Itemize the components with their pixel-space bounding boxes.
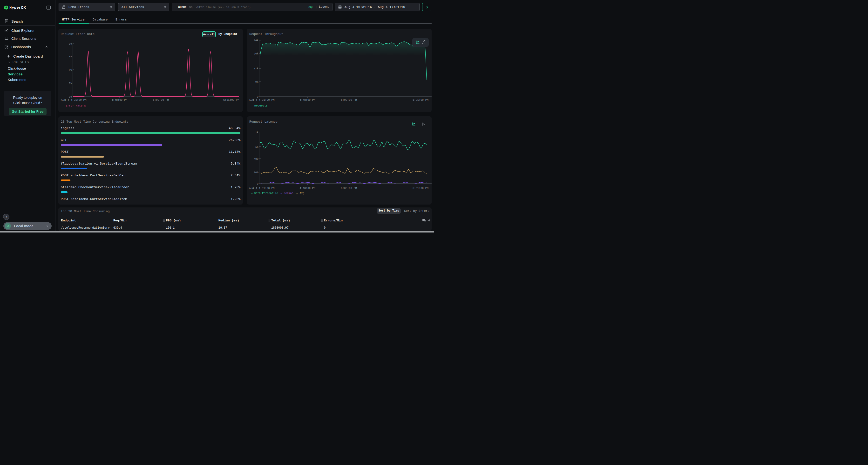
svg-text:5:03:00 PM: 5:03:00 PM — [341, 99, 357, 101]
svg-text:0%: 0% — [69, 42, 72, 45]
svg-text:400: 400 — [254, 158, 258, 161]
svg-text:0%: 0% — [69, 82, 72, 85]
svg-text:1k: 1k — [255, 145, 259, 148]
svg-text:Aug 4 4:31:00 PM: Aug 4 4:31:00 PM — [249, 99, 275, 101]
svg-text:34k: 34k — [254, 39, 258, 42]
svg-text:1k: 1k — [255, 131, 259, 134]
svg-text:4:48:00 PM: 4:48:00 PM — [112, 99, 127, 101]
svg-text:0%: 0% — [69, 55, 72, 58]
svg-text:9k: 9k — [255, 80, 259, 84]
svg-text:5:31:00 PM: 5:31:00 PM — [223, 99, 239, 101]
svg-text:Aug 4 4:31:00 PM: Aug 4 4:31:00 PM — [249, 187, 275, 190]
svg-text:4:48:00 PM: 4:48:00 PM — [300, 99, 315, 101]
svg-text:0%: 0% — [69, 95, 72, 98]
svg-text:200: 200 — [254, 171, 258, 174]
svg-text:0: 0 — [257, 182, 258, 185]
svg-text:5:31:00 PM: 5:31:00 PM — [412, 99, 429, 101]
svg-text:17k: 17k — [254, 67, 258, 70]
svg-text:5:03:00 PM: 5:03:00 PM — [341, 187, 357, 190]
svg-text:26k: 26k — [254, 52, 258, 55]
svg-text:4:48:00 PM: 4:48:00 PM — [300, 187, 315, 190]
svg-text:5:31:00 PM: 5:31:00 PM — [412, 187, 429, 190]
svg-text:Aug 4 4:31:00 PM: Aug 4 4:31:00 PM — [61, 99, 87, 101]
svg-text:0: 0 — [257, 95, 258, 98]
svg-text:5:03:00 PM: 5:03:00 PM — [153, 99, 169, 101]
svg-text:0%: 0% — [69, 69, 72, 72]
